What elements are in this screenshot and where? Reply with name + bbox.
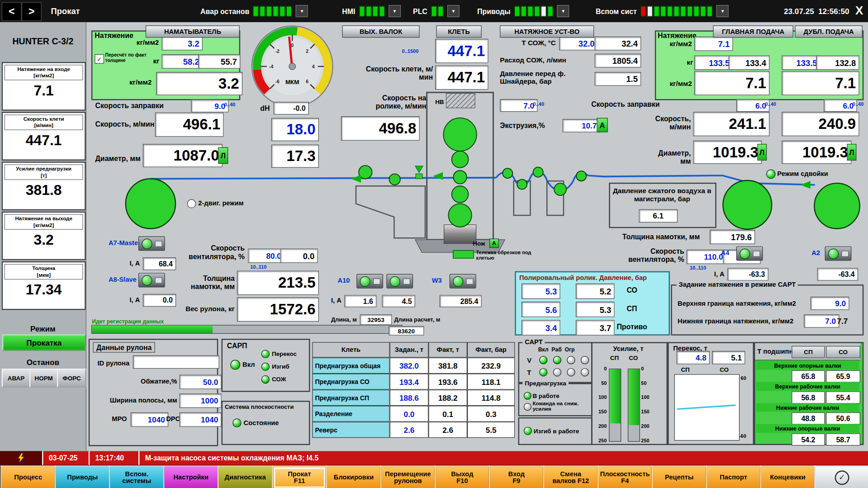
nav-diagnostics-button[interactable]: Диагностика (218, 465, 273, 488)
polish-pressure-setpoint[interactable]: 5.3 (522, 284, 560, 299)
status-dropdown-button[interactable]: ▼ (296, 5, 308, 17)
upper-limit-setpoint[interactable]: 9.0 (811, 297, 849, 310)
close-button[interactable]: X (851, 2, 867, 19)
extrusion-setpoint[interactable]: 10.7 (562, 119, 600, 132)
nav-back-button[interactable]: < (2, 2, 22, 21)
status-dropdown-button[interactable]: ▼ (716, 5, 729, 17)
metric-exit-tension: Натяжение на выходе[кг/мм2] 3.2 (2, 212, 86, 261)
range-label: 0..40 (765, 101, 776, 107)
thickness-setpoint[interactable]: 18.0 (271, 118, 319, 141)
svg-text:4: 4 (312, 64, 315, 69)
tab-dup-feed[interactable]: ДУБЛ. ПОДАЧА (795, 25, 863, 38)
stop-button-normal[interactable]: НОРМ (29, 369, 58, 388)
nav-process-button[interactable]: Процесс (0, 465, 56, 488)
bearings-col-sp-button[interactable]: СП (792, 346, 825, 358)
nav-exit-button[interactable]: Выход F10 (435, 465, 490, 488)
metric-label: Натяжение на выходе[кг/мм2] (5, 214, 83, 230)
polish-pressure-setpoint[interactable]: 5.6 (522, 302, 560, 317)
tab-tension-device[interactable]: НАТЯЖНОЕ УСТ-ВО (500, 25, 594, 38)
nav-drives-button[interactable]: Приводы (55, 465, 110, 488)
status-segments (514, 6, 554, 16)
nav-roll-transfer-button[interactable]: Перемещение рулонов (380, 465, 436, 488)
rewinder-tension-setpoint[interactable]: 3.2 (161, 36, 203, 51)
main-kg-setpoint[interactable]: 133.5 (694, 55, 733, 70)
nav-roll-change-button[interactable]: Смена валков F12 (543, 465, 598, 488)
nav-entry-button[interactable]: Вход F9 (489, 465, 544, 488)
status-dropdown-button[interactable]: ▼ (447, 5, 460, 17)
nav-rolling-button[interactable]: Прокат F11 (272, 465, 327, 488)
motor-a4-label: A4 (721, 250, 730, 257)
nav-flatness-button[interactable]: Плоскостность F4 (598, 465, 653, 488)
status-label: Авар останов (200, 7, 249, 15)
coolant-temp-setpoint[interactable]: 32.0 (559, 37, 598, 51)
motor-w3-icon (450, 274, 476, 289)
setpoint-cell[interactable]: 193.4 (390, 374, 429, 389)
setpoint-cell[interactable]: 188.6 (390, 390, 429, 406)
tab-main-feed[interactable]: ГЛАВНАЯ ПОДАЧА (713, 25, 793, 38)
nav-limit-switches-button[interactable]: Концевики (760, 465, 815, 488)
lower-limit-setpoint[interactable]: 7.0 (804, 314, 839, 327)
skew-setpoint[interactable]: 4.8 (677, 351, 710, 364)
bearings-col-so-button[interactable]: СО (826, 346, 860, 358)
force-col-label: СО (629, 354, 638, 361)
nav-interlocks-button[interactable]: Блокировки (326, 465, 381, 488)
thread-speed-setpoint[interactable]: 7.0 (500, 99, 537, 112)
motor-a7-icon (138, 237, 165, 251)
thread-speed-setpoint[interactable]: 9.0 (191, 99, 228, 112)
mode-value-button[interactable]: Прокатка (2, 334, 86, 351)
nav-recipes-button[interactable]: Рецепты (652, 465, 707, 488)
nav-forward-button[interactable]: > (22, 2, 42, 21)
tab-stand[interactable]: КЛЕТЬ (436, 25, 481, 38)
setpoint-cell[interactable]: 0.0 (390, 406, 429, 422)
skew-led (261, 350, 270, 358)
status-dropdown-button[interactable]: ▼ (389, 5, 401, 17)
status-group-emergency: Авар останов ▼ (200, 5, 308, 17)
date-display: 23.07.25 (784, 7, 814, 16)
nav-confirm-button[interactable]: ✓ (814, 465, 868, 488)
bend-working-label: Изгиб в работе (534, 428, 579, 435)
polish-pressure-setpoint[interactable]: 3.4 (522, 320, 560, 335)
alarm-bar[interactable]: 03-07-25 13:17:40 М-защита насоса систем… (0, 451, 868, 465)
skew-label: Перекос (272, 351, 297, 357)
mpo-setpoint[interactable]: 1040 (131, 412, 168, 427)
recalc-label: Пересчёт по факт толщине (105, 52, 150, 63)
stop-button-forced[interactable]: ФОРС (57, 369, 86, 388)
strip-width-setpoint[interactable]: 1000 (180, 393, 222, 408)
setpoint-cell[interactable]: 2.6 (390, 422, 429, 438)
winding-thickness-value: 179.6 (710, 230, 755, 244)
fan-speed-setpoint[interactable]: 80.0 (248, 249, 285, 263)
roll-weight-label: Вес рулона, кг (178, 305, 235, 313)
tab-exit-roll[interactable]: ВЫХ. ВАЛОК (342, 25, 419, 38)
extrusion-auto-badge: A (597, 118, 607, 133)
svg-text:0: 0 (291, 43, 294, 48)
metric-value: 17.34 (3, 281, 85, 298)
unit-label: кг/мм2 (662, 40, 692, 48)
direction-arrow-icon (801, 181, 811, 189)
roll-id-input[interactable] (133, 355, 219, 369)
tab-rewinder[interactable]: НАМАТЫВАТЕЛЬ (146, 25, 240, 38)
rewinder-tension-actual: 3.2 (156, 72, 242, 95)
dpo-setpoint[interactable]: 1040 (180, 412, 222, 427)
unwinder-tension-setpoint[interactable]: 7.1 (694, 37, 733, 51)
stand-speed-setpoint[interactable]: 447.1 (435, 39, 488, 63)
dup-thread-setpoint[interactable]: 6.0 (824, 99, 857, 112)
nav-bar: Процесс Приводы Вспом. системы Настройки… (0, 465, 868, 488)
recalc-checkbox[interactable]: ✓ (95, 54, 104, 64)
two-motor-radio[interactable] (187, 199, 196, 208)
dup-kg-setpoint[interactable]: 133.5 (782, 55, 821, 70)
setpoint-cell[interactable]: 382.0 (390, 358, 429, 374)
reduction-setpoint[interactable]: 50.0 (180, 375, 222, 389)
scale-label: 100 (641, 395, 649, 400)
nav-settings-button[interactable]: Настройки (163, 465, 218, 488)
rewinder-kg-setpoint[interactable]: 58.2 (161, 54, 203, 69)
bend-label: Изгиб (272, 363, 289, 370)
main-thread-setpoint[interactable]: 6.0 (736, 99, 769, 112)
status-dropdown-button[interactable]: ▼ (557, 5, 569, 17)
nav-passport-button[interactable]: Паспорт (706, 465, 761, 488)
preload-command-label: Команда на сниж. усилия (532, 401, 588, 412)
sart-row-label: T (527, 369, 531, 377)
top-bar: < > Прокат Авар останов ▼ HMI ▼ PLC ▼ Пр… (0, 0, 868, 22)
nav-aux-systems-button[interactable]: Вспом. системы (109, 465, 164, 488)
bearing-temp: 54.2 (792, 433, 825, 445)
stop-button-emergency[interactable]: АВАР (2, 369, 31, 388)
